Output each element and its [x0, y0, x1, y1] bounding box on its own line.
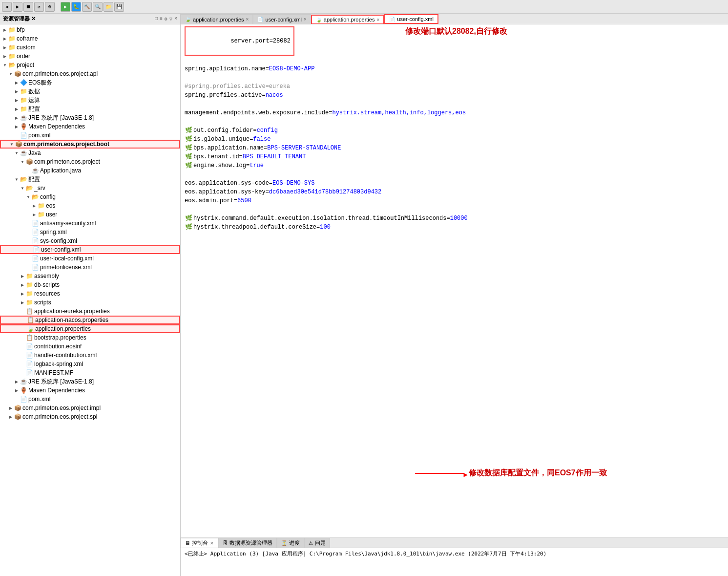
tree-item-config-api[interactable]: ▶ 📁 配置 — [0, 105, 180, 113]
tree-item-custom[interactable]: ▶ 📁 custom — [0, 43, 180, 52]
tree-item-impl[interactable]: ▶ 📦 com.primeton.eos.project.impl — [0, 404, 180, 412]
tree-item-user-local[interactable]: ▶ 📄 user-local-config.xml — [0, 254, 180, 263]
expand-arrow-maven-api[interactable]: ▶ — [14, 124, 20, 129]
toolbar-run[interactable]: ▶ — [61, 2, 70, 12]
tree-item-application-java[interactable]: ▶ ☕ Application.java — [0, 166, 180, 175]
expand-arrow-resources[interactable]: ▶ — [20, 291, 25, 297]
expand-arrow-boot[interactable]: ▼ — [9, 141, 15, 147]
tab-datasource[interactable]: 🗄 数据源资源管理器 — [218, 538, 277, 548]
expand-arrow-db-scripts[interactable]: ▶ — [20, 282, 25, 288]
dropdown-icon[interactable]: ▽ — [169, 16, 172, 22]
tree-item-logback[interactable]: ▶ 📄 logback-spring.xml — [0, 360, 180, 368]
tab-console[interactable]: 🖥 控制台 ✕ — [181, 538, 218, 548]
tree-item-compute[interactable]: ▶ 📁 运算 — [0, 96, 180, 105]
expand-arrow-custom[interactable]: ▶ — [2, 44, 8, 50]
expand-arrow-data[interactable]: ▶ — [14, 88, 20, 94]
tree-item-pom-api[interactable]: ▶ 📄 pom.xml — [0, 131, 180, 140]
tree-item-boot[interactable]: ▼ 📦 com.primeton.eos.project.boot — [0, 140, 180, 149]
tree-item-java[interactable]: ▼ ☕ Java — [0, 149, 180, 157]
tree-item-spi[interactable]: ▶ 📦 com.primeton.eos.project.spi — [0, 412, 180, 421]
tab-console-close[interactable]: ✕ — [210, 541, 214, 546]
tab-app-props2[interactable]: 🍃 application.properties × — [311, 15, 384, 24]
tree-item-primetonlicense[interactable]: ▶ 📄 primetonlicense.xml — [0, 263, 180, 272]
tree-item-config-sub[interactable]: ▼ 📂 config — [0, 192, 180, 201]
toolbar-debug[interactable]: 🐛 — [71, 2, 81, 12]
tree-item-project[interactable]: ▼ 📂 project — [0, 61, 180, 69]
expand-arrow-maven-boot[interactable]: ▶ — [14, 387, 20, 393]
tree-item-sys-config[interactable]: ▶ 📄 sys-config.xml — [0, 236, 180, 245]
toolbar-refresh[interactable]: ↺ — [34, 2, 44, 12]
tree-item-config-boot[interactable]: ▼ 📂 配置 — [0, 175, 180, 184]
tree-item-order[interactable]: ▶ 📁 order — [0, 52, 180, 61]
expand-arrow-assembly[interactable]: ▶ — [20, 273, 25, 279]
tree-item-manifest[interactable]: ▶ 📄 MANIFEST.MF — [0, 368, 180, 377]
tree-item-bfp[interactable]: ▶ 📁 bfp — [0, 25, 180, 34]
tree-item-jre-boot[interactable]: ▶ ☕ JRE 系统库 [JavaSE-1.8] — [0, 377, 180, 386]
expand-arrow-config-api[interactable]: ▶ — [14, 106, 20, 112]
expand-arrow-java[interactable]: ▼ — [14, 150, 20, 156]
expand-arrow-bfp[interactable]: ▶ — [2, 27, 8, 33]
close-icon[interactable]: × — [174, 16, 177, 22]
tree-item-api[interactable]: ▼ 📦 com.primeton.eos.project.api — [0, 69, 180, 78]
tab-user-config1[interactable]: 📄 user-config.xml × — [253, 14, 311, 24]
tree-item-spring-xml[interactable]: ▶ 📄 spring.xml — [0, 228, 180, 236]
tree-item-app-eureka[interactable]: ▶ 📋 application-eureka.properties — [0, 307, 180, 316]
expand-arrow-jre-boot[interactable]: ▶ — [14, 379, 20, 384]
tree-item-maven-boot[interactable]: ▶ 🏺 Maven Dependencies — [0, 386, 180, 395]
tree-item-eos-sub[interactable]: ▶ 📁 eos — [0, 201, 180, 210]
toolbar-save[interactable]: 💾 — [114, 2, 124, 12]
tab-close-app2[interactable]: × — [376, 17, 379, 22]
tab-close-uc1[interactable]: × — [304, 17, 307, 22]
tree-item-antisamy[interactable]: ▶ 📄 antisamy-security.xml — [0, 219, 180, 228]
expand-arrow-eos[interactable]: ▶ — [14, 80, 20, 85]
expand-arrow-api[interactable]: ▼ — [8, 71, 14, 77]
expand-arrow-coframe[interactable]: ▶ — [2, 36, 8, 42]
tree-item-db-scripts[interactable]: ▶ 📁 db-scripts — [0, 280, 180, 289]
tree-item-app-properties[interactable]: ▶ 🍃 application.properties — [0, 324, 180, 333]
tree-item-resources[interactable]: ▶ 📁 resources — [0, 289, 180, 298]
tree-item-srv[interactable]: ▼ 📂 _srv — [0, 184, 180, 192]
expand-arrow-srv[interactable]: ▼ — [20, 185, 25, 191]
tab-close-app1[interactable]: × — [246, 17, 249, 22]
tree-item-pkg[interactable]: ▼ 📦 com.primeton.eos.project — [0, 157, 180, 166]
toolbar-search[interactable]: 🔍 — [93, 2, 103, 12]
tree-item-maven-api[interactable]: ▶ 🏺 Maven Dependencies — [0, 122, 180, 131]
expand-arrow-project[interactable]: ▼ — [2, 62, 8, 68]
expand-arrow-user-sub[interactable]: ▶ — [31, 212, 37, 217]
expand-arrow-eos-sub[interactable]: ▶ — [31, 203, 37, 209]
tree-item-contribution[interactable]: ▶ 📄 contribution.eosinf — [0, 342, 180, 351]
tree-item-eos-service[interactable]: ▶ 🔷 EOS服务 — [0, 78, 180, 87]
tree-item-coframe[interactable]: ▶ 📁 coframe — [0, 34, 180, 43]
expand-arrow-spi[interactable]: ▶ — [8, 414, 14, 420]
tab-progress[interactable]: ⏳ 进度 — [277, 538, 304, 548]
tab-user-config2[interactable]: 📄 user-config.xml — [384, 14, 438, 24]
expand-arrow-compute[interactable]: ▶ — [14, 97, 20, 103]
toolbar-settings[interactable]: ⚙ — [45, 2, 55, 12]
settings-icon[interactable]: ⚙ — [165, 16, 167, 22]
toolbar-stop[interactable]: ⏹ — [23, 2, 33, 12]
expand-arrow-impl[interactable]: ▶ — [8, 405, 14, 411]
toolbar-build[interactable]: 🔨 — [82, 2, 92, 12]
expand-arrow-jre-api[interactable]: ▶ — [14, 115, 20, 121]
tree-item-pom-boot[interactable]: ▶ 📄 pom.xml — [0, 395, 180, 404]
tree-item-scripts[interactable]: ▶ 📁 scripts — [0, 298, 180, 307]
tree-item-jre-api[interactable]: ▶ ☕ JRE 系统库 [JavaSE-1.8] — [0, 113, 180, 122]
tab-app-props1[interactable]: 🍃 application.properties × — [181, 14, 253, 24]
tree-item-app-nacos[interactable]: ▶ 📋 application-nacos.properties — [0, 316, 180, 324]
menu-icon[interactable]: ≡ — [160, 16, 163, 22]
expand-arrow-pkg[interactable]: ▼ — [20, 159, 25, 165]
tree-item-user-config[interactable]: ▶ 📄 user-config.xml — [0, 245, 180, 254]
tree-item-bootstrap[interactable]: ▶ 📋 bootstrap.properties — [0, 333, 180, 342]
collapse-icon[interactable]: □ — [155, 16, 158, 22]
tree-item-assembly[interactable]: ▶ 📁 assembly — [0, 272, 180, 280]
tree-item-user-sub[interactable]: ▶ 📁 user — [0, 210, 180, 219]
toolbar-back[interactable]: ◀ — [2, 2, 12, 12]
expand-arrow-config-sub[interactable]: ▼ — [25, 194, 31, 200]
expand-arrow-config-boot[interactable]: ▼ — [14, 176, 20, 182]
tab-problems[interactable]: ⚠ 问题 — [304, 538, 330, 548]
expand-arrow-scripts[interactable]: ▶ — [20, 299, 25, 305]
toolbar-forward[interactable]: ▶ — [13, 2, 22, 12]
tree-item-handler-contribution[interactable]: ▶ 📄 handler-contribution.xml — [0, 351, 180, 360]
toolbar-open[interactable]: 📁 — [104, 2, 113, 12]
tree-item-data[interactable]: ▶ 📁 数据 — [0, 87, 180, 96]
